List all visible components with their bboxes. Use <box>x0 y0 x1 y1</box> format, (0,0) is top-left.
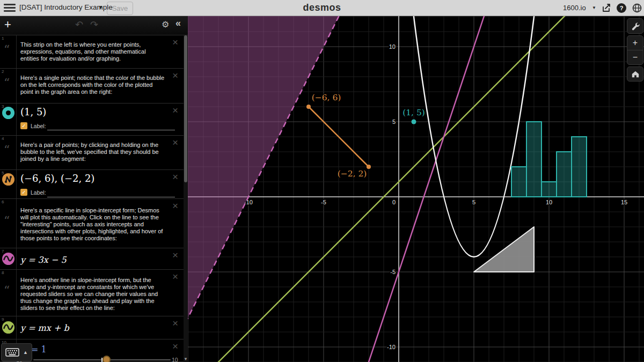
svg-text:5: 5 <box>392 119 396 125</box>
divider <box>16 248 17 269</box>
expression-latex[interactable]: y = 3x − 5 <box>20 255 67 265</box>
svg-text:-5: -5 <box>321 199 326 205</box>
zoom-in-button[interactable]: + <box>627 36 643 50</box>
expression-latex[interactable]: y = mx + b <box>20 323 69 333</box>
expression-latex[interactable]: (1, 5) <box>20 106 46 117</box>
wrench-icon <box>631 21 640 31</box>
note-icon: “ <box>4 143 10 157</box>
chevron-down-icon[interactable]: ▼ <box>592 5 596 10</box>
row-number: 8 <box>2 270 4 275</box>
expression-row-slider-line[interactable]: 9 y = mx + b × <box>0 316 184 339</box>
divider <box>16 199 17 248</box>
svg-text:10: 10 <box>389 43 396 50</box>
sidebar-scrollbar[interactable]: ▼ <box>184 35 188 362</box>
slider-handle[interactable] <box>103 356 111 362</box>
help-icon[interactable]: ? <box>617 3 626 13</box>
close-icon[interactable]: × <box>172 70 178 82</box>
close-icon[interactable]: × <box>172 317 178 329</box>
divider <box>16 104 17 135</box>
divider <box>16 69 17 103</box>
row-number: 2 <box>2 69 4 74</box>
note-text: This strip on the left is where you ente… <box>20 41 165 62</box>
svg-text:15: 15 <box>621 199 627 205</box>
desmos-app: [DSAT] Introductory Example ▼ Save desmo… <box>0 0 644 362</box>
svg-text:(1, 5): (1, 5) <box>402 108 425 117</box>
top-bar: [DSAT] Introductory Example ▼ Save desmo… <box>0 0 644 16</box>
keyboard-icon <box>5 348 19 357</box>
add-expression-button[interactable]: + <box>4 18 11 32</box>
close-icon[interactable]: × <box>172 249 178 261</box>
segment-style-bubble-icon[interactable] <box>2 173 15 186</box>
globe-icon[interactable] <box>632 3 642 13</box>
svg-text:-5: -5 <box>390 269 396 275</box>
note-row-2[interactable]: 2 “ Here's a single point; notice that t… <box>0 69 184 104</box>
expression-row-point[interactable]: 3 (1, 5) ✓ Label: × <box>0 104 184 136</box>
row-number: 4 <box>2 136 4 141</box>
scrollbar-down-arrow[interactable]: ▼ <box>184 357 188 361</box>
graph-settings-button[interactable] <box>627 18 643 34</box>
label-checkbox[interactable]: ✓ <box>20 122 27 129</box>
account-menu[interactable]: 1600.io <box>563 4 586 12</box>
label-checkbox[interactable]: ✓ <box>20 189 27 196</box>
expression-row-segment[interactable]: 5 (−6, 6), (−2, 2) ✓ Label: × <box>0 170 184 199</box>
divider <box>16 316 17 339</box>
keyboard-toggle-button[interactable]: ▲ <box>1 343 32 361</box>
close-icon[interactable]: × <box>172 137 178 149</box>
note-icon: “ <box>4 284 10 297</box>
redo-icon[interactable]: ↷ <box>90 19 98 31</box>
svg-text:0: 0 <box>392 199 396 205</box>
close-icon[interactable]: × <box>172 200 178 212</box>
note-icon: “ <box>4 214 10 227</box>
point-style-bubble-icon[interactable] <box>2 106 15 120</box>
svg-text:-10: -10 <box>387 344 396 350</box>
scrollbar-thumb[interactable] <box>184 35 187 182</box>
divider <box>16 270 17 316</box>
slider-max-label[interactable]: 10 <box>172 357 178 362</box>
divider <box>16 170 17 198</box>
note-icon: “ <box>4 43 10 56</box>
row-number: 1 <box>2 36 4 41</box>
zoom-out-button[interactable]: − <box>627 50 643 65</box>
graph-canvas[interactable]: -10-551015105-5-100(−6, 6)(−2, 2)(1, 5) <box>188 16 644 362</box>
svg-text:(−6, 6): (−6, 6) <box>312 93 341 102</box>
note-text: Here's a pair of points; by clicking and… <box>20 142 165 162</box>
collapse-sidebar-icon[interactable]: « <box>175 18 181 29</box>
home-icon <box>631 70 640 78</box>
divider <box>16 35 17 68</box>
note-row-8[interactable]: 8 “ Here's another line in slope-interce… <box>0 270 184 316</box>
slider-value[interactable]: = 1 <box>31 344 47 354</box>
close-icon[interactable]: × <box>172 341 178 352</box>
zoom-button-group: + − <box>627 35 643 65</box>
curve-style-bubble-icon[interactable] <box>2 252 15 265</box>
undo-icon[interactable]: ↶ <box>75 19 83 31</box>
label-checkbox-text: Label: <box>31 189 46 196</box>
expression-latex[interactable]: (−6, 6), (−2, 2) <box>20 173 94 184</box>
gear-icon[interactable]: ⚙ <box>162 19 169 29</box>
note-text: Here's a specific line in slope-intercep… <box>20 207 165 242</box>
label-input[interactable] <box>47 130 175 130</box>
desmos-logo: desmos <box>0 2 644 13</box>
close-icon[interactable]: × <box>172 271 178 283</box>
svg-text:10: 10 <box>546 199 552 205</box>
expression-toolbar: + ↶ ↷ ⚙ « <box>0 16 188 35</box>
row-number: 6 <box>2 200 4 204</box>
note-row-4[interactable]: 4 “ Here's a pair of points; by clicking… <box>0 136 184 170</box>
svg-text:(−2, 2): (−2, 2) <box>338 169 367 179</box>
graph-paper[interactable]: -10-551015105-5-100(−6, 6)(−2, 2)(1, 5) … <box>188 16 644 362</box>
close-icon[interactable]: × <box>172 105 178 116</box>
label-input[interactable] <box>47 197 175 197</box>
close-icon[interactable]: × <box>172 171 178 183</box>
label-checkbox-text: Label: <box>31 123 46 129</box>
note-text: Here's a single point; notice that the c… <box>20 75 165 95</box>
default-viewport-button[interactable] <box>627 67 643 82</box>
note-icon: “ <box>4 76 10 90</box>
expression-list: 1 “ This strip on the left is where you … <box>0 35 188 362</box>
curve-style-bubble-icon[interactable] <box>2 321 15 334</box>
expression-row-line[interactable]: 7 y = 3x − 5 × <box>0 248 184 270</box>
share-icon[interactable] <box>601 3 612 13</box>
close-icon[interactable]: × <box>172 36 178 48</box>
note-row-1[interactable]: 1 “ This strip on the left is where you … <box>0 35 184 69</box>
note-text: Here's another line in slope-intercept f… <box>20 277 165 312</box>
divider <box>16 136 17 169</box>
note-row-6[interactable]: 6 “ Here's a specific line in slope-inte… <box>0 199 184 248</box>
